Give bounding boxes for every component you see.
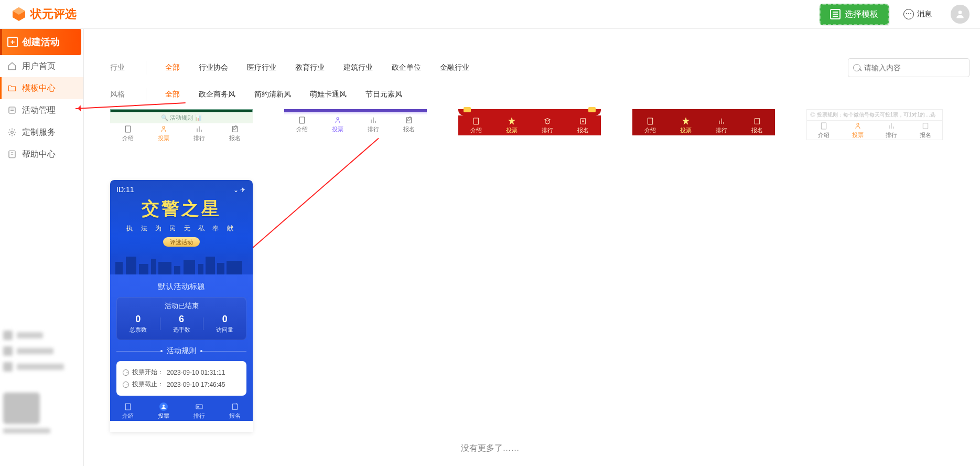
sidebar-item-label: 定制服务 [22,127,56,138]
nav-signup[interactable]: 报名 [909,121,943,140]
template-bottom-nav: 介绍 投票 排行 报名 [632,115,775,135]
feature-times: 投票开始：2023-09-10 01:31:11 投票截止：2023-09-10… [116,361,246,396]
feature-default-title: 默认活动标题 [116,282,246,292]
filter-row-style: 风格 全部 政企商务风 简约清新风 萌娃卡通风 节日元素风 [89,83,975,106]
messages-link[interactable]: 消息 [903,9,932,19]
sidebar-item-label: 活动管理 [22,105,56,116]
template-stubs: 🔍 活动规则 📊 介绍 投票 排行 报名 介绍 投票 排行 报名 [89,109,975,143]
sidebar-item-custom[interactable]: 定制服务 [0,121,83,143]
template-bottom-nav: 介绍 投票 排行 报名 [284,114,427,134]
nav-signup[interactable]: 报名 [739,115,775,135]
nav-signup[interactable]: 报名 [391,114,427,134]
svg-rect-13 [580,118,585,124]
svg-rect-23 [232,404,237,409]
nav-intro[interactable]: 介绍 [110,123,146,143]
nav-intro[interactable]: 介绍 [110,401,146,421]
filter-style-cute[interactable]: 萌娃卡通风 [310,90,347,99]
top-header: 状元评选 选择模板 消息 [0,0,980,29]
nav-rank[interactable]: 排行 [181,401,217,421]
nav-rank[interactable]: 排行 [356,114,391,134]
stat-players: 6选手数 [160,314,203,334]
template-stub-2[interactable]: 介绍 投票 排行 报名 [284,109,427,143]
create-activity-label: 创建活动 [22,36,60,48]
nav-rank[interactable]: 排行 [875,121,909,140]
clock-icon [123,382,129,388]
filter-industry-fin[interactable]: 金融行业 [440,63,469,72]
filter-industry-const[interactable]: 建筑行业 [343,63,373,72]
logo-text: 状元评选 [30,6,77,22]
nav-signup[interactable]: 报名 [565,115,601,135]
clock-icon [123,369,129,376]
create-activity-button[interactable]: + 创建活动 [0,29,81,55]
template-stub-1[interactable]: 🔍 活动规则 📊 介绍 投票 排行 报名 [110,109,253,143]
nav-vote[interactable]: 投票 [494,115,530,135]
sidebar-item-templates[interactable]: 模板中心 [0,77,83,99]
logo-icon [10,6,27,23]
choose-template-button[interactable]: 选择模板 [820,4,889,25]
nav-intro[interactable]: 介绍 [807,121,841,140]
featured-template-card[interactable]: ID:11 ⌄ ✈ 交警之星 执 法 为 民 无 私 奉 献 评选活动 默认活动… [110,180,253,432]
template-bottom-nav: 介绍 投票 排行 报名 [458,115,601,135]
filter-industry-assoc[interactable]: 行业协会 [199,63,228,72]
sidebar-item-label: 帮助中心 [22,149,56,160]
time-start: 投票开始：2023-09-10 01:31:11 [123,366,240,378]
feature-badge: 评选活动 [163,237,200,247]
folder-icon [7,83,17,93]
feature-id: ID:11 [116,185,246,194]
user-icon [955,9,965,19]
svg-point-17 [857,123,859,125]
rule-hint: ◎ 投票规则：每个微信号每天可投1票，可1对1的…选 [806,109,943,120]
nav-intro[interactable]: 介绍 [284,114,320,134]
stat-views: 0访问量 [203,314,246,334]
filter-style-all[interactable]: 全部 [165,90,180,99]
feature-header: ID:11 ⌄ ✈ 交警之星 执 法 为 民 无 私 奉 献 评选活动 [110,180,253,274]
help-icon [7,150,17,159]
feature-rules-title: 活动规则 [116,346,246,356]
no-more-text: 没有更多了…… [461,443,520,454]
filter-industry-all[interactable]: 全部 [165,63,180,72]
sidebar-item-activities[interactable]: 活动管理 [0,99,83,121]
filter-industry-edu[interactable]: 教育行业 [295,63,325,72]
svg-rect-9 [299,117,304,123]
filter-style-holiday[interactable]: 节日元素风 [365,90,402,99]
svg-rect-18 [923,123,928,129]
sidebar-item-home[interactable]: 用户首页 [0,55,83,77]
avatar[interactable] [951,5,970,24]
nav-vote[interactable]: 投票 [841,121,875,140]
nav-rank[interactable]: 排行 [530,115,565,135]
filter-industry-gov[interactable]: 政企单位 [392,63,421,72]
nav-intro[interactable]: 介绍 [458,115,494,135]
filter-industry-med[interactable]: 医疗行业 [247,63,276,72]
svg-rect-19 [125,404,130,410]
feature-stats: 活动已结束 0总票数 6选手数 0访问量 [116,297,246,340]
filter-style-gov[interactable]: 政企商务风 [199,90,235,99]
template-stub-4[interactable]: 介绍 投票 排行 报名 [632,109,775,143]
template-stub-3[interactable]: 介绍 投票 排行 报名 [458,109,601,143]
plus-icon: + [7,37,18,47]
logo[interactable]: 状元评选 [10,6,77,23]
nav-vote[interactable]: 投票 [320,114,356,134]
messages-label: 消息 [917,9,932,19]
feature-subtitle: 执 法 为 民 无 私 奉 献 [116,224,246,233]
search-input[interactable] [848,58,970,77]
nav-signup[interactable]: 报名 [217,123,253,143]
sidebar-item-help[interactable]: 帮助中心 [0,143,83,165]
svg-rect-15 [755,118,759,124]
nav-vote[interactable]: 投票 [146,401,181,421]
nav-vote[interactable]: 投票 [146,123,181,143]
time-end: 投票截止：2023-09-10 17:46:45 [123,378,240,390]
blurred-user-panel [3,331,66,440]
search-box [848,58,970,77]
main-content: 行业 全部 行业协会 医疗行业 教育行业 建筑行业 政企单位 金融行业 风格 全… [89,52,975,143]
template-stub-5[interactable]: ◎ 投票规则：每个微信号每天可投1票，可1对1的…选 介绍 投票 排行 报名 [806,109,943,143]
nav-signup[interactable]: 报名 [217,401,253,421]
nav-intro[interactable]: 介绍 [632,115,668,135]
template-bottom-nav: 介绍 投票 排行 报名 [110,123,253,143]
filter-style-simple[interactable]: 简约清新风 [254,90,291,99]
nav-vote[interactable]: 投票 [668,115,704,135]
filter-label-industry: 行业 [110,63,125,72]
list-icon [7,105,17,115]
feature-body: 默认活动标题 活动已结束 0总票数 6选手数 0访问量 活动规则 投票开始：20… [110,274,253,401]
nav-rank[interactable]: 排行 [181,123,217,143]
nav-rank[interactable]: 排行 [704,115,739,135]
